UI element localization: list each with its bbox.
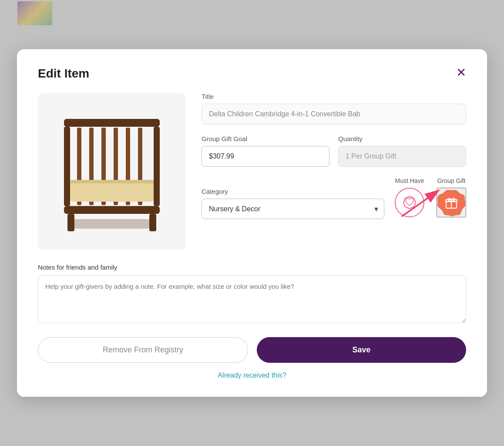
group-gift-badge-group: Group Gift xyxy=(437,177,466,217)
modal-overlay: Edit Item ✕ xyxy=(0,0,504,446)
action-buttons-row: Remove From Registry Save xyxy=(38,337,466,363)
group-gift-label: Group Gift xyxy=(437,177,466,184)
group-gift-goal-group: Group Gift Goal xyxy=(202,135,329,167)
remove-from-registry-button[interactable]: Remove From Registry xyxy=(38,337,248,363)
notes-section: Notes for friends and family xyxy=(38,264,466,325)
notes-label: Notes for friends and family xyxy=(38,264,466,271)
close-button[interactable]: ✕ xyxy=(456,67,466,79)
badges-area: Must Have xyxy=(395,177,466,219)
category-group: Category Nursery & Decor Feeding Clothin… xyxy=(202,188,384,219)
crib-image xyxy=(51,106,173,237)
save-button[interactable]: Save xyxy=(257,337,466,363)
quantity-label: Quantity xyxy=(338,135,466,142)
svg-rect-12 xyxy=(67,214,74,231)
svg-rect-0 xyxy=(64,119,160,127)
svg-rect-1 xyxy=(64,206,160,214)
goal-quantity-row: Group Gift Goal Quantity xyxy=(202,135,466,167)
must-have-label: Must Have xyxy=(395,177,424,184)
must-have-button[interactable] xyxy=(395,188,424,217)
already-received-link[interactable]: Already received this? xyxy=(218,372,286,379)
group-gift-goal-label: Group Gift Goal xyxy=(202,135,329,142)
already-received-section: Already received this? xyxy=(38,372,466,379)
title-input[interactable] xyxy=(202,104,466,125)
notes-textarea[interactable] xyxy=(38,275,466,323)
quantity-input xyxy=(338,146,466,167)
must-have-badge-group: Must Have xyxy=(395,177,424,217)
svg-rect-13 xyxy=(149,214,156,231)
modal-body: Title Group Gift Goal Quantity xyxy=(38,93,466,250)
modal-header: Edit Item ✕ xyxy=(38,67,466,81)
modal-title: Edit Item xyxy=(38,67,89,81)
group-gift-goal-input[interactable] xyxy=(202,146,329,167)
svg-rect-3 xyxy=(154,127,160,206)
heart-icon xyxy=(402,195,417,210)
category-select-wrap: Nursery & Decor Feeding Clothing Toys Tr… xyxy=(202,199,384,219)
category-badges-row: Category Nursery & Decor Feeding Clothin… xyxy=(202,177,466,219)
svg-rect-2 xyxy=(64,127,70,206)
category-select[interactable]: Nursery & Decor Feeding Clothing Toys Tr… xyxy=(202,199,384,219)
title-field-group: Title xyxy=(202,93,466,125)
quantity-group: Quantity xyxy=(338,135,466,167)
svg-rect-14 xyxy=(74,219,149,229)
svg-rect-11 xyxy=(70,180,154,183)
form-area: Title Group Gift Goal Quantity xyxy=(202,93,466,250)
title-label: Title xyxy=(202,93,466,100)
gift-icon xyxy=(444,195,459,210)
group-gift-button[interactable] xyxy=(437,188,466,217)
product-image-area xyxy=(38,93,186,250)
edit-item-modal: Edit Item ✕ xyxy=(17,49,487,397)
page-wrapper: Edit Item ✕ xyxy=(0,0,504,446)
category-label: Category xyxy=(202,188,384,195)
